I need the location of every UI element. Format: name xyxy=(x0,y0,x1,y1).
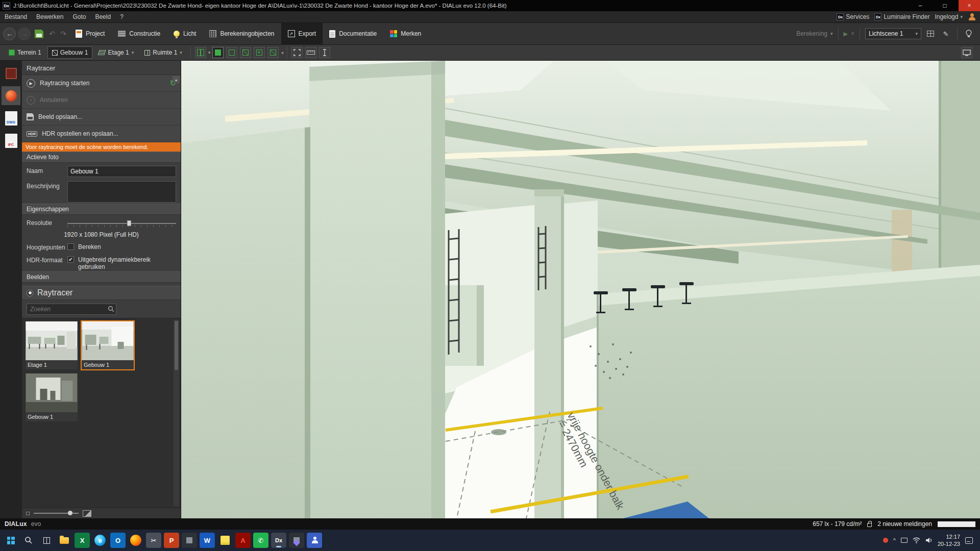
view-mode-solid-button[interactable] xyxy=(212,47,224,58)
start-raytracing-button[interactable]: ▶ Raytracing starten ↻ xyxy=(22,75,181,92)
tab-constructie[interactable]: Constructie xyxy=(111,23,167,45)
ifc-export-button[interactable]: IFC xyxy=(2,131,20,150)
description-field[interactable] xyxy=(67,181,176,203)
powerpoint-button[interactable]: P xyxy=(164,533,179,548)
zoom-out-icon[interactable] xyxy=(26,512,30,515)
excel-button[interactable]: X xyxy=(75,533,90,548)
dwg-export-button[interactable]: DWG xyxy=(2,109,20,128)
menu-goto[interactable]: Goto xyxy=(68,11,90,22)
chevron-down-icon[interactable]: ▾ xyxy=(208,50,211,55)
menu-help[interactable]: ? xyxy=(115,11,128,22)
firefox-button[interactable] xyxy=(128,533,143,548)
word-button[interactable]: W xyxy=(200,533,215,548)
minimize-button[interactable]: – xyxy=(910,0,931,11)
chevron-down-icon[interactable]: ▾ xyxy=(180,50,182,55)
taskbar-clock[interactable]: 12:17 20-12-23 xyxy=(938,533,960,548)
light-scene-select[interactable]: Lichtscene 1 ▾ xyxy=(865,28,921,39)
tab-berekeningobjecten[interactable]: Berekeningobjecten xyxy=(203,23,281,45)
wifi-icon[interactable] xyxy=(913,537,920,543)
hdr-format-checkbox[interactable]: ✔ xyxy=(67,256,74,263)
calculation-dropdown-icon[interactable]: ▾ xyxy=(830,31,833,36)
search-input[interactable] xyxy=(27,304,116,315)
notification-center-icon[interactable] xyxy=(965,537,973,544)
services-link[interactable]: Dx Services xyxy=(837,13,869,20)
radio-selected-icon[interactable] xyxy=(27,290,33,296)
file-explorer-button[interactable] xyxy=(57,533,72,548)
maximize-button[interactable]: □ xyxy=(934,0,955,11)
undo-button[interactable]: ↶ xyxy=(46,28,58,40)
image-size-icon[interactable] xyxy=(83,510,91,517)
redo-button[interactable]: ↷ xyxy=(58,28,69,40)
thumbnail-etage-1[interactable]: Etage 1 xyxy=(26,321,78,369)
tab-export[interactable]: ↗ Export xyxy=(281,23,323,45)
tray-expand-icon[interactable]: ^ xyxy=(893,537,896,543)
lamp-icon[interactable] xyxy=(963,28,975,40)
whatsapp-button[interactable]: ✆ xyxy=(253,533,268,548)
edit-scene-icon[interactable]: ✎ xyxy=(940,28,952,40)
tab-ruimte-1[interactable]: Ruimte 1 ▾ xyxy=(140,46,187,59)
obsidian-button[interactable]: ◆ xyxy=(289,533,304,548)
display-settings-button[interactable] xyxy=(961,47,972,58)
task-view-button[interactable] xyxy=(39,533,54,548)
tab-gebouw-1[interactable]: Gebouw 1 xyxy=(47,46,93,59)
acrobat-button[interactable]: A xyxy=(235,533,251,548)
notifications-message[interactable]: 2 nieuwe meldingen xyxy=(877,520,932,528)
start-calculation-icon[interactable]: ▶ xyxy=(844,31,848,37)
cancel-raytracing-button[interactable]: × Annuleren xyxy=(22,92,181,109)
snipping-tool-button[interactable]: ✂ xyxy=(146,533,161,548)
resolution-slider[interactable] xyxy=(67,219,176,228)
back-button[interactable]: ← xyxy=(3,28,16,40)
forward-button[interactable]: → xyxy=(18,28,31,40)
highlights-checkbox[interactable] xyxy=(67,243,74,250)
view-mode-wireframe-button[interactable] xyxy=(226,47,237,58)
thumbnail-scrollbar[interactable] xyxy=(174,320,179,506)
teams-button[interactable] xyxy=(307,533,322,548)
3d-render-scene[interactable]: vrije hoogte onder balk = 2470mm xyxy=(181,61,980,518)
display-tray-icon[interactable] xyxy=(901,538,908,543)
start-button[interactable] xyxy=(3,533,18,548)
chevron-down-icon[interactable]: ▾ xyxy=(132,50,134,55)
name-field[interactable] xyxy=(67,166,176,177)
measure-vertical-button[interactable] xyxy=(319,47,330,58)
view-mode-textured-button[interactable] xyxy=(254,47,265,58)
view-mode-hiddenline-button[interactable] xyxy=(240,47,251,58)
raytracer-tool-button[interactable] xyxy=(2,86,20,105)
save-image-button[interactable]: Beeld opslaan... xyxy=(22,109,181,126)
collapse-left-icon[interactable]: ◂ xyxy=(281,50,283,55)
volume-icon[interactable] xyxy=(925,537,933,543)
tab-etage-1[interactable]: Etage 1 ▾ xyxy=(94,46,138,59)
taskbar-search-button[interactable] xyxy=(21,533,36,548)
render-view-button[interactable] xyxy=(2,64,20,83)
tab-project[interactable]: Project xyxy=(69,23,111,45)
save-button[interactable] xyxy=(35,30,43,38)
menu-bestand[interactable]: Bestand xyxy=(0,11,32,22)
thumbnail-gebouw-1[interactable]: Gebouw 1 xyxy=(26,373,78,421)
menu-bewerken[interactable]: Bewerken xyxy=(32,11,68,22)
fullscreen-button[interactable] xyxy=(291,47,303,58)
tab-terrein-1[interactable]: Terrein 1 xyxy=(4,46,46,59)
logged-in-menu[interactable]: Ingelogd ▾ xyxy=(935,13,963,20)
thumbnail-zoom-slider[interactable] xyxy=(34,513,79,514)
luminaire-finder-link[interactable]: Dx Luminaire Finder xyxy=(874,13,929,20)
user-account-icon[interactable] xyxy=(968,13,976,21)
sticky-notes-button[interactable] xyxy=(217,533,233,548)
measure-horizontal-button[interactable] xyxy=(305,47,316,58)
tab-documentatie[interactable]: Documentatie xyxy=(323,23,383,45)
menu-beeld[interactable]: Beeld xyxy=(90,11,115,22)
outlook-button[interactable]: O xyxy=(110,533,126,548)
hdr-save-button[interactable]: HDR HDR opstellen en opslaan... xyxy=(22,126,181,142)
zoom-slider-handle[interactable] xyxy=(68,511,72,515)
app-button-dark[interactable] xyxy=(182,533,197,548)
raytracer-source-radio-row[interactable]: Raytracer xyxy=(22,286,181,300)
dialux-taskbar-button[interactable]: Dx xyxy=(271,533,286,548)
recording-indicator-icon[interactable] xyxy=(883,538,888,543)
scroll-up-icon[interactable]: ▴ xyxy=(173,76,180,83)
thumbnail-gebouw-1-selected[interactable]: Gebouw 1 xyxy=(82,321,134,369)
edge-button[interactable]: e xyxy=(92,533,108,548)
tab-licht[interactable]: Licht xyxy=(167,23,203,45)
scene-table-icon[interactable] xyxy=(924,28,937,40)
slider-handle[interactable] xyxy=(127,220,131,226)
view-mode-falsecolor-button[interactable] xyxy=(267,47,279,58)
tab-merken[interactable]: Merken xyxy=(383,23,428,45)
close-button[interactable]: × xyxy=(959,0,980,11)
